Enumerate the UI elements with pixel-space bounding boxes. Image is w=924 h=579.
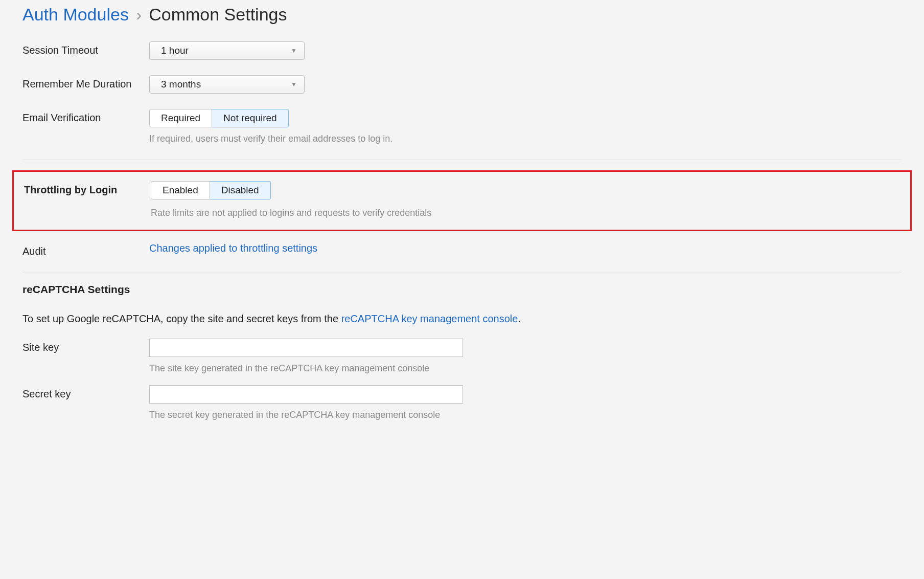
chevron-right-icon: › [136,4,142,25]
email-verification-required-button[interactable]: Required [149,109,212,127]
site-key-hint: The site key generated in the reCAPTCHA … [149,363,902,374]
throttling-highlight: Throttling by Login Enabled Disabled Rat… [12,170,912,231]
email-verification-not-required-button[interactable]: Not required [212,109,289,127]
divider [22,160,902,160]
secret-key-label: Secret key [22,385,149,400]
recaptcha-intro-pre: To set up Google reCAPTCHA, copy the sit… [22,313,341,324]
session-timeout-label: Session Timeout [22,41,149,56]
audit-label: Audit [22,242,149,257]
recaptcha-heading: reCAPTCHA Settings [0,283,924,296]
site-key-label: Site key [22,339,149,353]
row-audit: Audit Changes applied to throttling sett… [0,242,924,257]
email-verification-toggle: Required Not required [149,109,289,127]
throttling-enabled-button[interactable]: Enabled [151,181,210,199]
site-key-input[interactable] [149,339,463,357]
caret-down-icon: ▼ [291,47,297,54]
page-title: Common Settings [149,4,287,25]
row-remember-me: Remember Me Duration 3 months ▼ [0,75,924,94]
secret-key-input[interactable] [149,385,463,404]
throttling-hint: Rate limits are not applied to logins an… [151,208,900,218]
breadcrumb: Auth Modules › Common Settings [0,4,924,41]
session-timeout-value: 1 hour [161,45,189,56]
remember-me-select[interactable]: 3 months ▼ [149,75,305,94]
row-secret-key: Secret key The secret key generated in t… [0,385,924,420]
caret-down-icon: ▼ [291,81,297,88]
audit-link[interactable]: Changes applied to throttling settings [149,242,317,254]
recaptcha-intro: To set up Google reCAPTCHA, copy the sit… [0,311,924,326]
divider [22,273,902,273]
row-site-key: Site key The site key generated in the r… [0,339,924,374]
row-session-timeout: Session Timeout 1 hour ▼ [0,41,924,60]
throttling-toggle: Enabled Disabled [151,181,271,199]
row-email-verification: Email Verification Required Not required… [0,109,924,144]
secret-key-hint: The secret key generated in the reCAPTCH… [149,410,902,420]
throttling-disabled-button[interactable]: Disabled [210,181,271,199]
remember-me-label: Remember Me Duration [22,75,149,90]
remember-me-value: 3 months [161,79,201,90]
throttling-label: Throttling by Login [24,181,151,196]
session-timeout-select[interactable]: 1 hour ▼ [149,41,305,60]
email-verification-hint: If required, users must verify their ema… [149,133,902,144]
recaptcha-console-link[interactable]: reCAPTCHA key management console [341,313,518,324]
recaptcha-intro-post: . [518,313,521,324]
breadcrumb-link-auth-modules[interactable]: Auth Modules [22,4,129,25]
email-verification-label: Email Verification [22,109,149,124]
